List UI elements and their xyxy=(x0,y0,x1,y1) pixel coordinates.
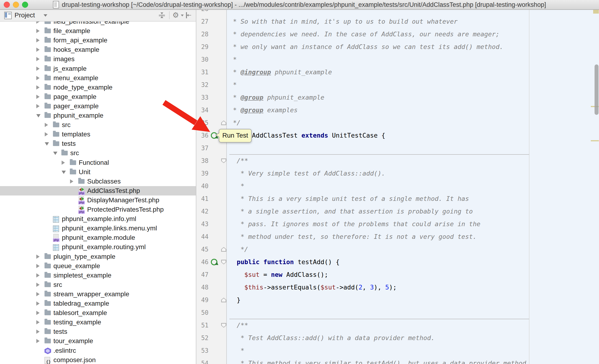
chevron-right-icon[interactable] xyxy=(62,160,65,165)
chevron-right-icon[interactable] xyxy=(45,132,48,136)
chevron-down-icon[interactable] xyxy=(36,114,41,117)
tree-row-stream-wrapper-example[interactable]: stream_wrapper_example xyxy=(0,289,196,299)
code-line-49[interactable]: 49 } xyxy=(196,294,599,306)
run-test-gutter-icon[interactable] xyxy=(211,259,217,265)
minimize-button[interactable] xyxy=(13,2,19,8)
tree-row-functional[interactable]: Functional xyxy=(0,158,196,167)
tree-row-src[interactable]: src xyxy=(0,148,196,158)
fold-end-icon[interactable] xyxy=(221,120,226,125)
project-panel-title[interactable]: Project xyxy=(15,11,35,19)
code-line-28[interactable]: 28 * dependencies we need. In the case o… xyxy=(196,28,599,41)
zoom-button[interactable] xyxy=(22,2,28,8)
code-line-30[interactable]: 30 * xyxy=(196,53,599,66)
tree-row-pager-example[interactable]: pager_example xyxy=(0,101,196,111)
chevron-right-icon[interactable] xyxy=(36,48,40,52)
chevron-right-icon[interactable] xyxy=(45,123,48,127)
tree-row-testing-example[interactable]: testing_example xyxy=(0,318,196,327)
chevron-right-icon[interactable] xyxy=(36,85,40,89)
chevron-right-icon[interactable] xyxy=(36,311,40,315)
code-line-45[interactable]: 45 */ xyxy=(196,243,599,256)
chevron-right-icon[interactable] xyxy=(36,283,40,287)
code-line-44[interactable]: 44 * method under test, so therefore: It… xyxy=(196,231,599,243)
warning-stripe-mark[interactable] xyxy=(591,140,599,141)
vertical-scrollbar[interactable] xyxy=(595,64,599,115)
tree-row-displaymanagertest-php[interactable]: phpDisplayManagerTest.php xyxy=(0,195,196,205)
code-line-40[interactable]: 40 * xyxy=(196,180,599,192)
close-button[interactable] xyxy=(4,2,10,8)
tree-row-file-example[interactable]: file_example xyxy=(0,26,196,36)
fold-start-icon[interactable] xyxy=(221,260,226,264)
tree-row-node-type-example[interactable]: node_type_example xyxy=(0,83,196,92)
gear-dropdown-caret-icon[interactable] xyxy=(181,15,184,16)
code-line-48[interactable]: 48 $this->assertEquals($sut->add(2, 3), … xyxy=(196,281,599,294)
chevron-right-icon[interactable] xyxy=(36,329,40,334)
tree-row-plugin-type-example[interactable]: plugin_type_example xyxy=(0,252,196,261)
code-line-32[interactable]: 32 * xyxy=(196,79,599,91)
code-line-43[interactable]: 43 * pass. It ignores most of the proble… xyxy=(196,218,599,231)
hide-panel-icon[interactable] xyxy=(185,12,192,19)
chevron-right-icon[interactable] xyxy=(36,95,40,99)
tree-row-form-api-example[interactable]: form_api_example xyxy=(0,36,196,45)
chevron-right-icon[interactable] xyxy=(36,255,40,259)
tree-row-phpunit-example-module[interactable]: phpphpunit_example.module xyxy=(0,233,196,242)
tree-row-unit[interactable]: Unit xyxy=(0,167,196,177)
code-line-53[interactable]: 53 * xyxy=(196,344,599,357)
chevron-right-icon[interactable] xyxy=(36,29,40,33)
chevron-down-icon[interactable] xyxy=(45,142,49,146)
chevron-right-icon[interactable] xyxy=(36,292,40,296)
code-line-42[interactable]: 42 * a single assertion, and that assert… xyxy=(196,205,599,218)
chevron-right-icon[interactable] xyxy=(36,339,40,343)
tree-row-protectedprivatestest-php[interactable]: phpProtectedPrivatesTest.php xyxy=(0,205,196,214)
tree-row-tests[interactable]: tests xyxy=(0,327,196,336)
code-line-46[interactable]: 46 public function testAdd() { xyxy=(196,256,599,268)
code-line-50[interactable]: 50 xyxy=(196,306,599,319)
chevron-right-icon[interactable] xyxy=(36,67,40,71)
chevron-right-icon[interactable] xyxy=(36,273,40,277)
tree-row-hooks-example[interactable]: hooks_example xyxy=(0,45,196,54)
chevron-right-icon[interactable] xyxy=(36,264,40,268)
code-line-36[interactable]: 36 AddClassTest extends UnitTestCase { xyxy=(196,129,599,142)
tree-row-phpunit-example-routing-yml[interactable]: phpunit_example.routing.yml xyxy=(0,242,196,252)
tree-row-menu-example[interactable]: menu_example xyxy=(0,73,196,83)
fold-end-icon[interactable] xyxy=(221,247,226,252)
code-line-51[interactable]: 51 /** xyxy=(196,319,599,332)
chevron-right-icon[interactable] xyxy=(36,57,40,61)
tree-row-templates[interactable]: templates xyxy=(0,130,196,139)
tree-row-page-example[interactable]: page_example xyxy=(0,92,196,101)
tree-row-images[interactable]: images xyxy=(0,54,196,64)
code-line-31[interactable]: 31 * @ingroup phpunit_example xyxy=(196,66,599,79)
chevron-right-icon[interactable] xyxy=(36,320,40,324)
chevron-right-icon[interactable] xyxy=(36,302,40,306)
tree-row-subclasses[interactable]: Subclasses xyxy=(0,177,196,186)
code-line-52[interactable]: 52 * Test AddClass::add() with a data pr… xyxy=(196,332,599,344)
tree-row-js-example[interactable]: js_example xyxy=(0,64,196,73)
chevron-down-icon[interactable] xyxy=(44,14,47,17)
collapse-all-icon[interactable] xyxy=(158,12,165,19)
code-line-38[interactable]: 38 /** xyxy=(196,154,599,167)
chevron-right-icon[interactable] xyxy=(36,104,40,108)
warning-stripe-mark[interactable] xyxy=(593,10,599,14)
tree-row-composer-json[interactable]: composer.json xyxy=(0,355,196,364)
gear-icon[interactable]: ⚙ xyxy=(172,12,180,19)
tree-row-phpunit-example-info-yml[interactable]: phpunit_example.info.yml xyxy=(0,214,196,224)
code-line-41[interactable]: 41 * This is a very simple unit test of … xyxy=(196,192,599,205)
tree-row-simpletest-example[interactable]: simpletest_example xyxy=(0,271,196,280)
code-line-37[interactable]: 37 xyxy=(196,142,599,154)
code-line-39[interactable]: 39 * Very simple test of AddClass::add()… xyxy=(196,167,599,180)
code-line-47[interactable]: 47 $sut = new AddClass(); xyxy=(196,268,599,281)
tree-row-src[interactable]: src xyxy=(0,280,196,289)
tree-row-phpunit-example[interactable]: phpunit_example xyxy=(0,111,196,120)
tree-row-tour-example[interactable]: tour_example xyxy=(0,336,196,346)
tree-row-phpunit-example-links-menu-yml[interactable]: phpunit_example.links.menu.yml xyxy=(0,224,196,233)
chevron-right-icon[interactable] xyxy=(36,76,40,80)
fold-end-icon[interactable] xyxy=(221,298,226,302)
tree-row--eslintrc[interactable]: .eslintrc xyxy=(0,346,196,355)
code-editor[interactable]: 2627 * So with that in mind, it's up to … xyxy=(196,0,599,364)
tree-row-queue-example[interactable]: queue_example xyxy=(0,261,196,271)
code-line-27[interactable]: 27 * So with that in mind, it's up to us… xyxy=(196,15,599,28)
code-line-35[interactable]: 35 */ xyxy=(196,116,599,129)
tree-row-src[interactable]: src xyxy=(0,120,196,130)
tree-row-addclasstest-php[interactable]: phpAddClassTest.php xyxy=(0,186,196,195)
tree-row-tablesort-example[interactable]: tablesort_example xyxy=(0,308,196,318)
tree-row-tests[interactable]: tests xyxy=(0,139,196,148)
